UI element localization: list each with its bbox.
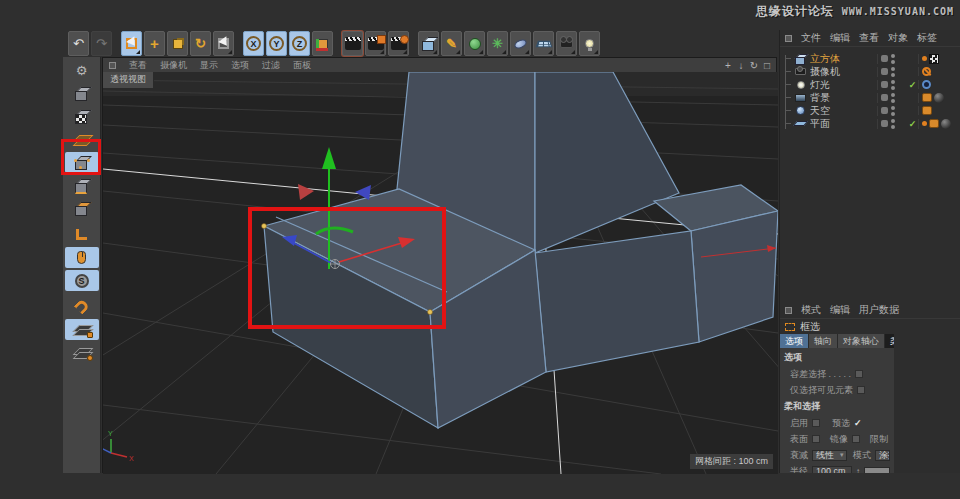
object-row-cube[interactable]: 立方体 (780, 52, 960, 65)
phong-tag-icon[interactable] (922, 56, 927, 61)
render-settings-button[interactable] (388, 31, 409, 56)
radius-slider[interactable] (864, 467, 890, 474)
falloff-dropdown[interactable]: 线性 ▾ (812, 450, 847, 461)
object-row-camera[interactable]: 摄像机 (780, 65, 960, 78)
object-label[interactable]: 立方体 (810, 52, 877, 66)
layer-toggle[interactable] (881, 68, 888, 75)
viewport-window-icon[interactable] (109, 62, 116, 69)
pan-view-icon[interactable]: + (723, 60, 733, 71)
compositing-tag-icon[interactable] (922, 93, 932, 102)
visibility-dots[interactable] (891, 67, 895, 77)
deformer-button[interactable] (510, 31, 531, 56)
lock-y-axis-button[interactable]: Y (266, 31, 287, 56)
make-editable-button[interactable]: ⚙ (65, 60, 99, 81)
vp-menu-display[interactable]: 显示 (200, 59, 218, 72)
visibility-dots[interactable] (891, 106, 895, 116)
object-label[interactable]: 灯光 (810, 78, 877, 92)
tab-soft-selection[interactable]: 柔和选择 (885, 334, 894, 348)
viewport-solo-button[interactable] (65, 247, 99, 268)
vp-menu-cameras[interactable]: 摄像机 (160, 59, 187, 72)
vp-menu-options[interactable]: 选项 (231, 59, 249, 72)
enable-axis-button[interactable] (65, 224, 99, 245)
subdivision-surface-button[interactable] (464, 31, 485, 56)
last-tool-button[interactable] (213, 31, 234, 56)
enabled-check[interactable]: ✓ (907, 80, 918, 90)
undo-button[interactable]: ↶ (68, 31, 89, 56)
compositing-tag-icon[interactable] (929, 119, 939, 128)
surface-checkbox[interactable] (812, 435, 820, 443)
layer-toggle[interactable] (881, 55, 888, 62)
coordinate-system-button[interactable] (312, 31, 333, 56)
layer-toggle[interactable] (881, 81, 888, 88)
magnet-snap-button[interactable] (65, 296, 99, 317)
texture-mode-button[interactable] (65, 106, 99, 127)
render-view-button[interactable] (342, 31, 363, 56)
enabled-check[interactable]: ✓ (907, 119, 918, 129)
zoom-view-icon[interactable]: ↓ (736, 60, 746, 71)
om-menu-edit[interactable]: 编辑 (830, 31, 850, 45)
am-menu-mode[interactable]: 模式 (801, 303, 821, 317)
visible-only-checkbox[interactable] (857, 386, 865, 394)
om-menu-view[interactable]: 查看 (859, 31, 879, 45)
tolerant-selection-checkbox[interactable] (855, 370, 863, 378)
redo-button[interactable]: ↷ (91, 31, 112, 56)
phong-tag-icon[interactable] (922, 121, 927, 126)
lock-z-axis-button[interactable]: Z (289, 31, 310, 56)
scale-button[interactable] (167, 31, 188, 56)
model-mode-button[interactable] (65, 83, 99, 104)
am-menu-userdata[interactable]: 用户数据 (859, 303, 899, 317)
add-light-button[interactable] (579, 31, 600, 56)
object-row-plane[interactable]: 平面 ✓ (780, 117, 960, 130)
tab-axis[interactable]: 轴向 (809, 334, 838, 348)
object-row-sky[interactable]: 天空 (780, 104, 960, 117)
object-row-background[interactable]: 背景 (780, 91, 960, 104)
add-cube-button[interactable] (418, 31, 439, 56)
object-row-light[interactable]: 灯光 ✓ (780, 78, 960, 91)
object-label[interactable]: 天空 (810, 104, 877, 118)
spline-pen-button[interactable]: ✎ (441, 31, 462, 56)
visibility-dots[interactable] (891, 119, 895, 129)
texture-tag-icon[interactable] (929, 54, 939, 64)
lock-workplane-button[interactable] (65, 319, 99, 340)
radius-value-field[interactable]: 100 cm (812, 466, 852, 474)
om-menu-objects[interactable]: 对象 (888, 31, 908, 45)
compositing-tag-icon[interactable] (922, 106, 932, 115)
align-workplane-button[interactable] (65, 342, 99, 363)
rotate-button[interactable]: ↻ (190, 31, 211, 56)
rotate-view-icon[interactable]: ↻ (749, 60, 759, 71)
mode-dropdown[interactable]: 涂抹 (875, 450, 890, 461)
vp-menu-filter[interactable]: 过滤 (262, 59, 280, 72)
enable-checkbox[interactable] (812, 419, 820, 427)
layer-toggle[interactable] (881, 94, 888, 101)
vp-menu-panel[interactable]: 面板 (293, 59, 311, 72)
object-label[interactable]: 摄像机 (810, 65, 877, 79)
live-selection-button[interactable] (121, 31, 142, 56)
floor-environment-button[interactable] (533, 31, 554, 56)
om-menu-file[interactable]: 文件 (801, 31, 821, 45)
move-button[interactable]: + (144, 31, 165, 56)
object-label[interactable]: 背景 (810, 91, 877, 105)
visibility-dots[interactable] (891, 93, 895, 103)
target-tag-icon[interactable] (922, 80, 931, 89)
om-menu-tags[interactable]: 标签 (917, 31, 937, 45)
layer-toggle[interactable] (881, 120, 888, 127)
layer-toggle[interactable] (881, 107, 888, 114)
edges-mode-button[interactable] (65, 175, 99, 196)
mirror-checkbox[interactable] (852, 435, 860, 443)
lock-x-axis-button[interactable]: X (243, 31, 264, 56)
visibility-dots[interactable] (891, 54, 895, 64)
add-camera-button[interactable] (556, 31, 577, 56)
tab-options[interactable]: 选项 (780, 334, 809, 348)
perspective-view-tab[interactable]: 透视视图 (103, 72, 154, 89)
material-tag-icon[interactable] (934, 93, 944, 103)
object-label[interactable]: 平面 (810, 117, 877, 131)
snap-settings-button[interactable]: S (65, 270, 99, 291)
tab-object-axis[interactable]: 对象轴心 (838, 334, 885, 348)
toggle-view-icon[interactable]: □ (762, 60, 772, 71)
visibility-dots[interactable] (891, 80, 895, 90)
polygons-mode-button[interactable] (65, 198, 99, 219)
vp-menu-view[interactable]: 查看 (129, 59, 147, 72)
modeling-generator-button[interactable]: ✳ (487, 31, 508, 56)
object-manager-window-icon[interactable] (785, 35, 792, 42)
material-tag-icon[interactable] (941, 119, 951, 129)
